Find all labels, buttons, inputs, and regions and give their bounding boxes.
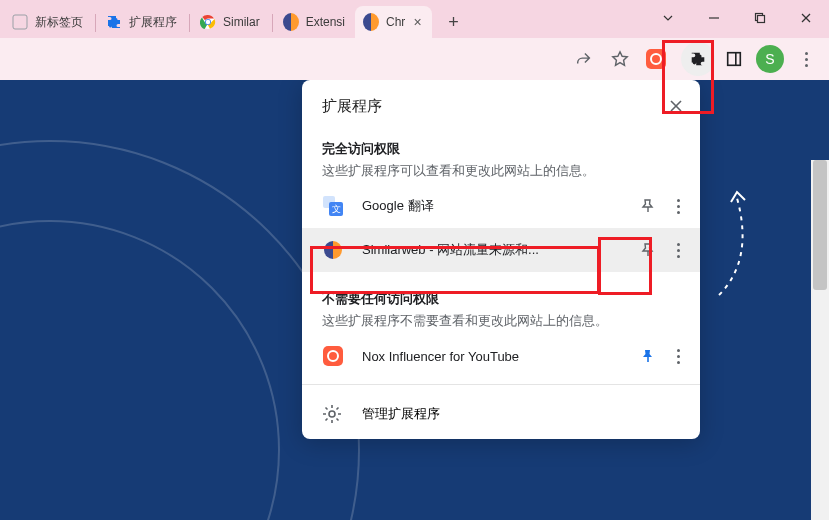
- section-full-access-desc: 这些扩展程序可以查看和更改此网站上的信息。: [322, 162, 680, 180]
- svg-rect-9: [728, 53, 741, 66]
- share-button[interactable]: [567, 42, 601, 76]
- minimize-button[interactable]: [691, 0, 737, 36]
- browser-menu-button[interactable]: [789, 42, 823, 76]
- tab-chr-active[interactable]: Chr ×: [355, 6, 432, 38]
- extension-more-button[interactable]: [664, 190, 692, 222]
- tab-label: Chr: [386, 15, 405, 29]
- tab-new[interactable]: 新标签页: [4, 6, 93, 38]
- tabs-dropdown-button[interactable]: [645, 0, 691, 36]
- scrollbar-thumb[interactable]: [813, 160, 827, 290]
- gear-icon: [322, 404, 342, 424]
- section-no-access-desc: 这些扩展程序不需要查看和更改此网站上的信息。: [322, 312, 680, 330]
- bookmark-button[interactable]: [603, 42, 637, 76]
- extension-more-button[interactable]: [664, 234, 692, 266]
- tab-similar[interactable]: Similar: [192, 6, 270, 38]
- puzzle-icon: [106, 14, 122, 30]
- extensions-popup-title: 扩展程序: [322, 97, 382, 116]
- tab-label: 扩展程序: [129, 14, 177, 31]
- similarweb-icon: [363, 14, 379, 30]
- tab-label: Similar: [223, 15, 260, 29]
- highlight-extensions-button: [662, 40, 714, 114]
- bg-arrow-icon: [709, 190, 759, 300]
- nox-icon: [322, 345, 344, 367]
- svg-point-3: [206, 20, 210, 24]
- reading-list-button[interactable]: [717, 42, 751, 76]
- maximize-button[interactable]: [737, 0, 783, 36]
- close-window-button[interactable]: [783, 0, 829, 36]
- profile-avatar[interactable]: S: [753, 42, 787, 76]
- window-controls: [645, 0, 829, 36]
- manage-extensions-label: 管理扩展程序: [362, 405, 440, 423]
- section-full-access-title: 完全访问权限: [322, 140, 680, 158]
- svg-point-13: [329, 411, 335, 417]
- tab-strip: 新标签页 扩展程序 Similar Extensi Chr × +: [0, 0, 829, 38]
- tab-extensions[interactable]: 扩展程序: [98, 6, 187, 38]
- tab-separator: [272, 14, 273, 32]
- new-tab-button[interactable]: +: [440, 8, 468, 36]
- highlight-pin-button: [598, 237, 652, 295]
- highlight-similarweb-row: [310, 246, 600, 294]
- google-translate-icon: 文: [322, 195, 344, 217]
- tab-label: 新标签页: [35, 14, 83, 31]
- vertical-scrollbar[interactable]: [811, 160, 829, 520]
- extension-name: Google 翻译: [362, 197, 632, 215]
- tab-separator: [95, 14, 96, 32]
- page-content: 扩展程序 完全访问权限 这些扩展程序可以查看和更改此网站上的信息。 文 Goog…: [0, 80, 829, 520]
- extension-name: Nox Influencer for YouTube: [362, 349, 632, 364]
- tab-close-icon[interactable]: ×: [413, 15, 421, 29]
- chrome-icon: [200, 14, 216, 30]
- pin-extension-button[interactable]: [632, 190, 664, 222]
- tab-label: Extensi: [306, 15, 345, 29]
- tab-separator: [189, 14, 190, 32]
- menu-dots-icon: [805, 52, 808, 67]
- extension-row-nox[interactable]: Nox Influencer for YouTube: [302, 334, 700, 378]
- avatar-letter: S: [756, 45, 784, 73]
- extension-row-google-translate[interactable]: 文 Google 翻译: [302, 184, 700, 228]
- similarweb-icon: [283, 14, 299, 30]
- divider: [302, 384, 700, 385]
- svg-rect-0: [13, 15, 27, 29]
- tab-extensi[interactable]: Extensi: [275, 6, 355, 38]
- pin-extension-button[interactable]: [632, 340, 664, 372]
- svg-rect-6: [758, 16, 765, 23]
- blank-tab-icon: [12, 14, 28, 30]
- extension-more-button[interactable]: [664, 340, 692, 372]
- manage-extensions-row[interactable]: 管理扩展程序: [302, 391, 700, 437]
